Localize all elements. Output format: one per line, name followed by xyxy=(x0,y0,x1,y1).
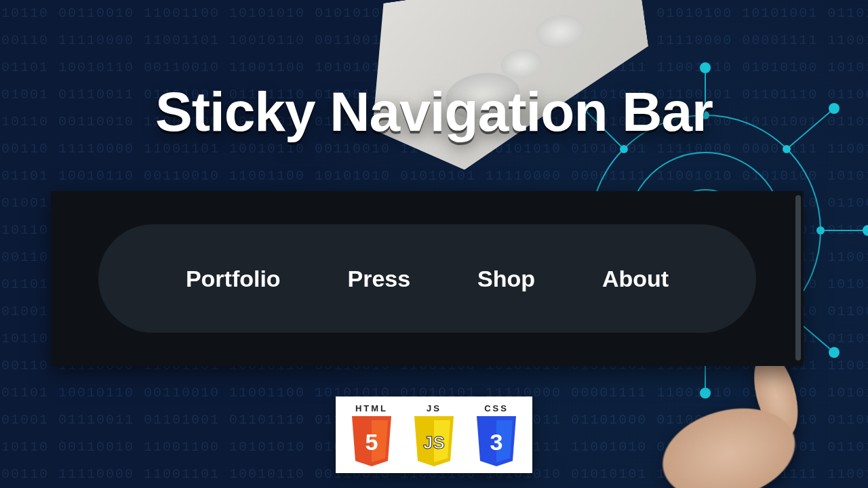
css3-badge-label: CSS xyxy=(484,403,509,413)
sticky-nav: Portfolio Press Shop About xyxy=(98,224,756,333)
css3-badge: CSS 3 xyxy=(470,403,523,466)
css3-shield-icon: 3 xyxy=(474,416,519,466)
svg-text:5: 5 xyxy=(366,429,378,455)
page-title: Sticky Navigation Bar xyxy=(0,80,868,144)
scrollbar[interactable] xyxy=(795,195,801,361)
nav-item-portfolio[interactable]: Portfolio xyxy=(186,266,281,292)
nav-item-about[interactable]: About xyxy=(602,266,669,292)
nav-panel: Portfolio Press Shop About xyxy=(51,191,804,366)
js-shield-icon: JS xyxy=(412,416,456,466)
js-badge-label: JS xyxy=(427,403,441,413)
html5-shield-icon: 5 xyxy=(349,416,394,466)
tech-badges: HTML 5 JS JS CSS 3 xyxy=(336,396,532,473)
html5-badge-label: HTML xyxy=(355,403,388,413)
js-badge: JS JS xyxy=(408,403,460,466)
html5-badge: HTML 5 xyxy=(345,403,398,466)
nav-item-shop[interactable]: Shop xyxy=(477,266,535,292)
svg-text:JS: JS xyxy=(423,432,445,453)
nav-item-press[interactable]: Press xyxy=(348,266,411,292)
svg-text:3: 3 xyxy=(490,429,503,455)
